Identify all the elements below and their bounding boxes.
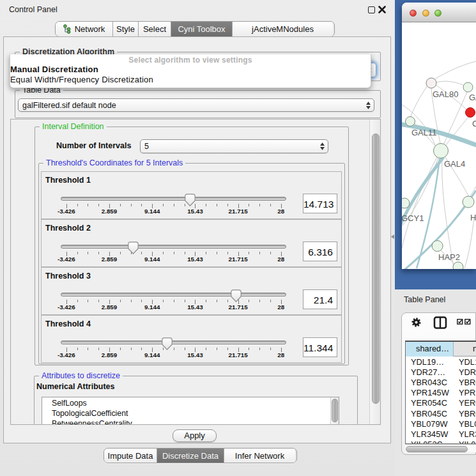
tick-label: -3.426 bbox=[58, 303, 75, 311]
dropdown-item-manual-discretization[interactable]: Manual Discretization bbox=[10, 65, 371, 74]
column-header-name[interactable]: n… bbox=[454, 342, 476, 357]
tick-label: 15.43 bbox=[187, 208, 203, 215]
table-row[interactable]: YDR27…YDR2 bbox=[406, 367, 476, 378]
network-node[interactable] bbox=[434, 144, 449, 158]
tick-label: 15.43 bbox=[187, 256, 203, 263]
tab-impute-data[interactable]: Impute Data bbox=[104, 449, 157, 463]
network-node-label: H bbox=[470, 213, 476, 222]
table-row[interactable]: YLR345WYLR3 bbox=[406, 429, 476, 440]
table-data-group: Table Data galFiltered.sif default node bbox=[15, 90, 381, 118]
dropdown-item-placeholder[interactable]: Select algorithm to view settings bbox=[10, 56, 371, 65]
tick-label: 2.859 bbox=[102, 303, 118, 311]
table-panel-title: Table Panel bbox=[404, 295, 445, 304]
tick-label: 28 bbox=[277, 256, 284, 263]
threshold-value-field[interactable]: 6.316 bbox=[303, 242, 337, 261]
apply-button[interactable]: Apply bbox=[173, 429, 217, 442]
network-node[interactable] bbox=[466, 108, 475, 118]
threshold-value-field[interactable]: 11.344 bbox=[303, 337, 337, 357]
table-row[interactable]: YPR145WYPR1 bbox=[406, 388, 476, 398]
minimize-traffic-light[interactable] bbox=[422, 10, 429, 17]
network-edge[interactable] bbox=[442, 158, 454, 267]
network-node-label: GA bbox=[469, 93, 476, 102]
network-canvas[interactable]: GAL80GACYGAL11GAL4GCY1HHAP2 bbox=[402, 22, 476, 269]
panel-title: Control Panel bbox=[9, 5, 58, 14]
tick-label: 9.144 bbox=[144, 256, 160, 263]
tab-discretize-data[interactable]: Discretize Data bbox=[157, 449, 224, 463]
network-node[interactable] bbox=[426, 78, 436, 88]
tab-style[interactable]: Style bbox=[113, 22, 139, 36]
table-header: shared… n… bbox=[406, 342, 476, 357]
algorithm-dropdown-list: Select algorithm to view settings Manual… bbox=[10, 54, 371, 88]
checkbox-icon[interactable] bbox=[464, 319, 471, 325]
dropdown-item-equal-width[interactable]: Equal Width/Frequency Discretization bbox=[10, 75, 371, 84]
control-panel-tabs: Network Style Select Cyni Toolbox jActiv… bbox=[55, 21, 335, 37]
tick-label: 2.859 bbox=[102, 351, 118, 358]
table-row[interactable]: YDL19…YDL1 bbox=[406, 357, 476, 367]
settings-scrollbar[interactable] bbox=[369, 119, 381, 424]
attribute-list-item[interactable]: SelfLoops bbox=[52, 399, 87, 408]
table-data-select[interactable]: galFiltered.sif default node bbox=[18, 98, 374, 112]
network-node[interactable] bbox=[453, 262, 463, 269]
combo-arrows-icon bbox=[362, 102, 374, 109]
tick-label: 21.715 bbox=[229, 351, 248, 358]
node-table: shared… n… YDL19…YDL1YDR27…YDR2YBR043CYB… bbox=[405, 341, 476, 444]
table-horizontal-scrollbar[interactable] bbox=[405, 444, 476, 452]
table-row[interactable]: YBL079WYBL0 bbox=[406, 419, 476, 429]
slider-thumb[interactable] bbox=[128, 242, 139, 254]
column-header-shared-name[interactable]: shared… bbox=[406, 342, 454, 357]
table-panel: Table Panel bbox=[395, 289, 476, 476]
tick-label: 28 bbox=[277, 303, 284, 311]
network-edge[interactable] bbox=[436, 81, 463, 85]
threshold-value-field[interactable]: 21.4 bbox=[303, 289, 337, 309]
tab-jactivemnodules[interactable]: jActiveMNodules bbox=[233, 22, 333, 36]
table-row[interactable]: YBR045CYBR0 bbox=[406, 409, 476, 419]
threshold-block: Threshold 3-3.4262.8599.14415.4321.71528… bbox=[41, 267, 342, 315]
slider-thumb[interactable] bbox=[231, 289, 242, 302]
float-window-icon[interactable] bbox=[368, 6, 375, 13]
slider-thumb[interactable] bbox=[162, 337, 173, 350]
network-edge[interactable] bbox=[411, 86, 427, 116]
close-icon[interactable] bbox=[378, 6, 386, 13]
tab-cyni-toolbox[interactable]: Cyni Toolbox bbox=[171, 22, 233, 36]
zoom-traffic-light[interactable] bbox=[434, 10, 441, 17]
network-edge[interactable] bbox=[434, 61, 476, 79]
tick-label: -3.426 bbox=[58, 351, 75, 358]
tick-label: 15.43 bbox=[187, 351, 203, 358]
numerical-attributes-label: Numerical Attributes bbox=[36, 382, 114, 391]
divider-collapse-arrow[interactable] bbox=[390, 234, 395, 240]
numerical-attributes-list[interactable]: SelfLoopsTopologicalCoefficientBetweenne… bbox=[42, 397, 339, 425]
table-row[interactable]: YER054CYER0 bbox=[406, 398, 476, 408]
tab-select[interactable]: Select bbox=[139, 22, 171, 36]
attributes-list-scrollbar[interactable] bbox=[330, 397, 339, 425]
tick-label: 2.859 bbox=[102, 208, 118, 215]
slider-thumb[interactable] bbox=[185, 194, 196, 206]
split-table-icon[interactable] bbox=[433, 316, 447, 329]
network-node[interactable] bbox=[406, 117, 415, 127]
network-node[interactable] bbox=[402, 198, 410, 208]
checkbox-icon[interactable] bbox=[457, 319, 463, 325]
attribute-list-item[interactable]: TopologicalCoefficient bbox=[52, 409, 128, 418]
tab-infer-network[interactable]: Infer Network bbox=[224, 449, 295, 463]
tick-label: 28 bbox=[277, 208, 284, 215]
tab-network[interactable]: Network bbox=[56, 22, 113, 36]
tick-label: 9.144 bbox=[144, 303, 160, 311]
network-window-titlebar[interactable] bbox=[402, 3, 476, 22]
tick-label: 2.859 bbox=[102, 256, 118, 263]
network-edge[interactable] bbox=[464, 217, 474, 268]
tick-label: 9.144 bbox=[144, 208, 160, 215]
network-node[interactable] bbox=[432, 241, 443, 252]
gear-icon[interactable] bbox=[411, 318, 421, 327]
network-node-label: GAL80 bbox=[433, 89, 458, 99]
network-node[interactable] bbox=[463, 82, 473, 92]
attribute-list-item[interactable]: BetweennessCentrality bbox=[52, 419, 132, 425]
close-traffic-light[interactable] bbox=[410, 10, 417, 17]
attribute-browser: shared… n… YDL19…YDL1YDR27…YDR2YBR043CYB… bbox=[401, 312, 476, 455]
threshold-value-field[interactable]: 14.713 bbox=[303, 194, 337, 213]
table-row[interactable]: YIL052CYIL0 bbox=[406, 440, 476, 444]
network-node-label: GAL4 bbox=[444, 159, 465, 169]
network-node-label: HAP2 bbox=[438, 252, 460, 262]
tick-label: 21.715 bbox=[229, 208, 248, 215]
network-node[interactable] bbox=[463, 196, 474, 208]
tick-label: 9.144 bbox=[144, 351, 160, 358]
table-row[interactable]: YBR043CYBR0 bbox=[406, 378, 476, 388]
